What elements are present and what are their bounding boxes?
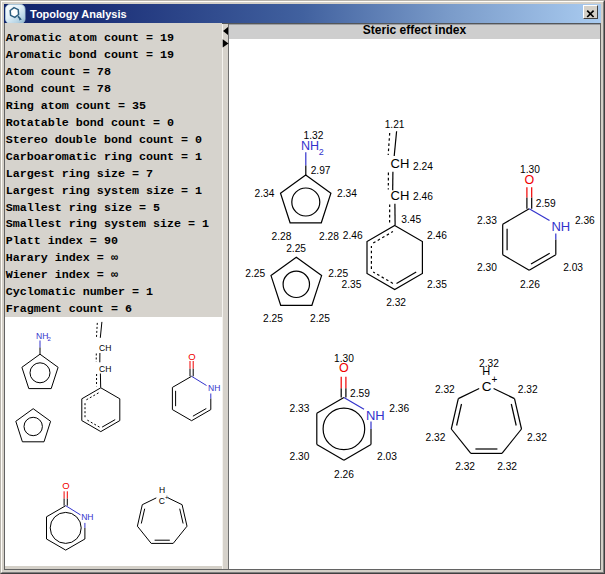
svg-text:2.33: 2.33 [477,215,497,226]
svg-text:2.34: 2.34 [255,188,275,199]
svg-text:2.59: 2.59 [536,198,556,209]
svg-text:2.26: 2.26 [334,469,354,480]
svg-text:2.32: 2.32 [426,432,446,443]
svg-text:2: 2 [319,147,324,157]
svg-text:2.35: 2.35 [427,279,447,290]
svg-text:O: O [62,480,69,491]
svg-text:2.28: 2.28 [319,231,339,242]
svg-text:2.33: 2.33 [290,403,310,414]
svg-text:2.25: 2.25 [328,268,348,279]
svg-text:O: O [188,351,195,362]
svg-text:2.30: 2.30 [477,262,497,273]
svg-text:CH: CH [391,188,410,203]
svg-text:2.46: 2.46 [427,230,447,241]
svg-text:1.21: 1.21 [385,119,405,130]
svg-text:O: O [525,173,535,187]
svg-text:2.03: 2.03 [377,451,397,462]
svg-text:3.45: 3.45 [401,214,421,225]
svg-text:NH: NH [36,331,48,341]
svg-text:2.46: 2.46 [413,191,433,202]
svg-text:NH: NH [551,219,570,234]
svg-text:2.32: 2.32 [435,384,455,395]
svg-text:NH: NH [208,383,220,393]
svg-text:2.32: 2.32 [518,384,538,395]
svg-text:2.32: 2.32 [386,297,406,308]
svg-text:1.30: 1.30 [334,353,354,364]
svg-text:CH: CH [99,364,111,374]
svg-text:2.34: 2.34 [337,188,357,199]
svg-text:2.32: 2.32 [497,461,517,472]
svg-text:+: + [492,374,498,385]
svg-text:CH: CH [391,156,410,171]
svg-text:2: 2 [48,336,52,342]
svg-text:2.30: 2.30 [290,451,310,462]
svg-text:+: + [165,494,169,501]
svg-text:NH: NH [366,408,385,423]
svg-text:2.97: 2.97 [311,165,331,176]
svg-text:2.25: 2.25 [310,313,330,324]
svg-text:2.36: 2.36 [389,403,409,414]
svg-text:2.32: 2.32 [479,358,499,369]
svg-text:2.46: 2.46 [343,230,363,241]
svg-text:2.26: 2.26 [520,279,540,290]
svg-text:C: C [482,379,492,394]
svg-text:2.32: 2.32 [455,461,475,472]
svg-text:2.03: 2.03 [563,262,583,273]
svg-text:2.59: 2.59 [350,388,370,399]
svg-text:2.35: 2.35 [342,279,362,290]
svg-text:2.25: 2.25 [286,243,306,254]
svg-text:NH: NH [81,512,93,522]
svg-text:2.25: 2.25 [263,313,283,324]
svg-text:1.30: 1.30 [520,164,540,175]
svg-text:2.32: 2.32 [527,432,547,443]
svg-text:CH: CH [99,343,111,353]
svg-text:1.32: 1.32 [304,130,324,141]
svg-text:2.28: 2.28 [272,231,292,242]
svg-text:2.24: 2.24 [413,161,433,172]
svg-text:2.25: 2.25 [245,268,265,279]
svg-text:C: C [159,496,165,506]
svg-text:2.36: 2.36 [575,215,595,226]
